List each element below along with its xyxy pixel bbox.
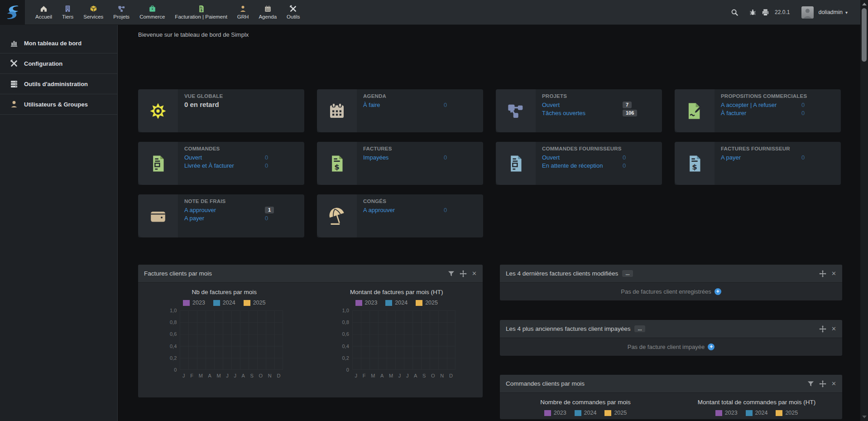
x-tick: A (380, 373, 384, 378)
menu-commerce[interactable]: Commerce (134, 0, 170, 24)
add-icon[interactable] (715, 288, 721, 295)
menu-label: Commerce (139, 14, 165, 19)
card-link[interactable]: Ouvert (542, 154, 623, 161)
card-link[interactable]: A payer (721, 154, 801, 161)
scroll-down-arrow-icon[interactable] (862, 416, 867, 418)
sidebar-item-label: Mon tableau de bord (24, 40, 82, 47)
menu-projets[interactable]: Projets (108, 0, 134, 24)
menu-services[interactable]: Services (78, 0, 108, 24)
x-tick: J (234, 373, 236, 378)
invoice-icon: $ (197, 5, 205, 13)
move-icon[interactable] (819, 325, 826, 333)
card-title: AGENDA (363, 93, 477, 99)
move-icon[interactable] (460, 270, 467, 277)
user-menu[interactable]: doliadmin (818, 9, 843, 15)
filter-icon[interactable] (448, 271, 455, 277)
x-tick: J (398, 373, 401, 378)
top-navbar: Accueil Tiers Services Projets Commerce … (0, 0, 860, 25)
chart-pane-orders-amount: Montant total de commandes par mois (HT)… (671, 399, 842, 419)
chart-legend: 202320242025 (715, 410, 798, 416)
menu-tiers[interactable]: Tiers (57, 0, 78, 24)
card-agenda: AGENDA À faire0 (317, 89, 483, 132)
card-value[interactable]: 0 (265, 215, 268, 222)
card-link[interactable]: Ouvert (184, 154, 265, 161)
card-value[interactable]: 0 (801, 154, 805, 161)
y-tick: 0,8 (170, 319, 177, 325)
menu-label: Services (83, 14, 103, 19)
move-icon[interactable] (819, 380, 826, 387)
chart-title: Montant total de commandes par mois (HT) (698, 399, 815, 406)
bug-icon[interactable] (749, 9, 756, 16)
card-link[interactable]: A accepter | A refuser (721, 102, 801, 108)
card-link[interactable]: A approuver (184, 207, 265, 213)
wallet-icon (149, 207, 167, 225)
x-tick: S (250, 373, 254, 378)
close-icon[interactable] (472, 270, 477, 277)
widget-header: Les 4 plus anciennes factures client imp… (500, 320, 842, 338)
count-badge[interactable]: 7 (623, 102, 632, 108)
sun-icon (149, 102, 168, 121)
menu-facturation[interactable]: $ Facturation | Paiement (170, 0, 232, 24)
card-value[interactable]: 0 (444, 102, 447, 108)
close-icon[interactable] (831, 380, 836, 387)
file-signature-icon (685, 102, 704, 121)
x-tick: D (277, 373, 280, 378)
menu-accueil[interactable]: Accueil (30, 0, 57, 24)
card-title: PROJETS (542, 93, 656, 99)
app-logo[interactable] (0, 0, 25, 24)
card-link[interactable]: Impayées (363, 154, 444, 161)
card-value[interactable]: 0 (265, 154, 268, 161)
sidebar-item-configuration[interactable]: Configuration (0, 53, 117, 74)
filter-icon[interactable] (807, 381, 814, 387)
vertical-scrollbar[interactable] (860, 0, 868, 421)
more-button[interactable]: ... (634, 325, 645, 332)
chevron-down-icon[interactable] (845, 10, 848, 15)
card-link[interactable]: En attente de réception (542, 162, 623, 169)
scroll-up-arrow-icon[interactable] (862, 3, 867, 5)
count-badge[interactable]: 1 (265, 207, 274, 213)
card-link[interactable]: Ouvert (542, 102, 623, 108)
search-icon[interactable] (731, 9, 739, 16)
sidebar-item-admin-tools[interactable]: Outils d'administration (0, 74, 117, 94)
close-icon[interactable] (831, 325, 836, 332)
card-link[interactable]: A approuver (363, 207, 444, 213)
menu-outils[interactable]: Outils (282, 0, 305, 24)
menu-grh[interactable]: GRH (232, 0, 254, 24)
card-title: CONGÉS (363, 198, 477, 204)
menu-agenda[interactable]: Agenda (254, 0, 282, 24)
card-value[interactable]: 0 (623, 162, 626, 169)
x-tick: F (190, 373, 193, 378)
card-value[interactable]: 0 (801, 102, 805, 108)
card-value[interactable]: 0 (623, 154, 626, 161)
move-icon[interactable] (819, 270, 826, 277)
card-conges: CONGÉS A approuver0 (317, 194, 483, 237)
close-icon[interactable] (831, 270, 836, 277)
sidebar-item-users-groups[interactable]: Utilisateurs & Groupes (0, 94, 117, 115)
legend-item: 2023 (355, 300, 378, 306)
card-link[interactable]: Livrée et À facturer (184, 162, 265, 169)
card-commandes-fournisseurs: COMMANDES FOURNISSEURS Ouvert0 En attent… (496, 142, 662, 185)
sidebar-item-dashboard[interactable]: Mon tableau de bord (0, 33, 117, 53)
card-link[interactable]: Tâches ouvertes (542, 110, 623, 116)
card-value[interactable]: 0 (265, 162, 268, 169)
card-title: FACTURES FOURNISSEUR (721, 146, 834, 151)
printer-icon[interactable] (762, 9, 769, 16)
count-badge[interactable]: 106 (623, 110, 637, 116)
menu-label: Facturation | Paiement (175, 14, 227, 19)
chart-pane-orders-count: Nombre de commandes par mois 20232024202… (500, 399, 671, 419)
avatar[interactable] (801, 6, 814, 19)
card-value[interactable]: 0 (444, 154, 447, 161)
widgets-area: Factures clients par mois Nb de factures… (138, 265, 860, 419)
card-value[interactable]: 0 (444, 207, 447, 213)
card-link[interactable]: À faire (363, 102, 444, 108)
card-value[interactable]: 0 (801, 110, 805, 116)
card-link[interactable]: A payer (184, 215, 265, 222)
widget-title: Les 4 plus anciennes factures client imp… (506, 325, 630, 332)
x-axis: JFMAMJJASOND (180, 373, 283, 378)
scrollbar-thumb[interactable] (862, 8, 867, 62)
svg-text:$: $ (692, 163, 697, 171)
card-title: PROPOSITIONS COMMERCIALES (721, 93, 834, 99)
add-icon[interactable] (708, 344, 715, 350)
more-button[interactable]: ... (622, 270, 633, 277)
card-link[interactable]: À facturer (721, 110, 801, 116)
